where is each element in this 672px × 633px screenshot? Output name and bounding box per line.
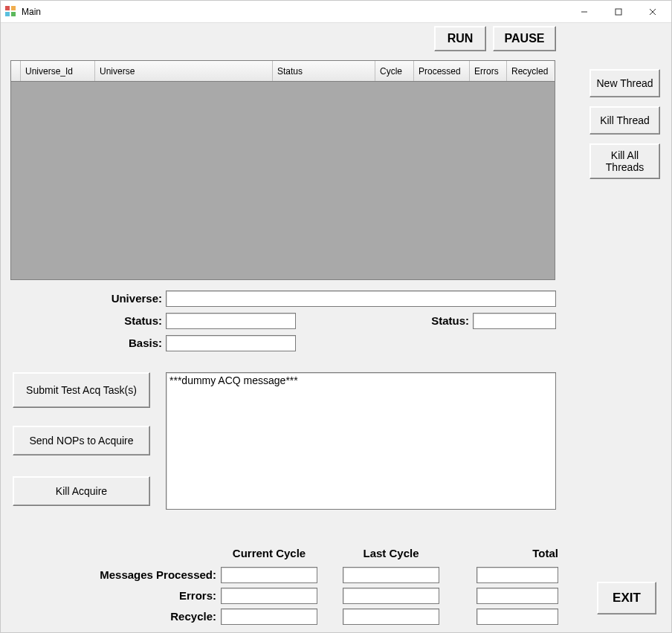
new-thread-button[interactable]: New Thread [589, 69, 660, 97]
row-errors-label: Errors: [71, 589, 216, 602]
kill-acquire-button[interactable]: Kill Acquire [13, 476, 150, 506]
col-last-cycle: Last Cycle [343, 547, 439, 559]
recycle-current-field[interactable] [221, 608, 317, 625]
grid-col-universe[interactable]: Universe [95, 61, 273, 81]
svg-line-3 [650, 9, 656, 15]
errors-total-field[interactable] [476, 588, 558, 604]
minimize-icon[interactable] [567, 1, 601, 23]
close-icon[interactable] [636, 1, 670, 23]
grid-col-errors[interactable]: Errors [470, 61, 507, 81]
kill-thread-button[interactable]: Kill Thread [589, 106, 660, 134]
run-button[interactable]: RUN [434, 26, 486, 51]
recycle-total-field[interactable] [476, 608, 558, 625]
row-recycle-label: Recycle: [71, 610, 216, 623]
status-label: Status: [90, 314, 162, 327]
grid-col-universe-id[interactable]: Universe_Id [21, 61, 95, 81]
client-area: RUN PAUSE Universe_Id Universe Status Cy… [1, 23, 671, 632]
maximize-icon[interactable] [601, 1, 636, 23]
svg-rect-1 [616, 9, 621, 15]
grid-col-cycle[interactable]: Cycle [375, 61, 414, 81]
grid-row-header-col [11, 61, 21, 81]
msgs-total-field[interactable] [476, 567, 558, 583]
msgs-last-field[interactable] [343, 567, 439, 583]
thread-grid[interactable]: Universe_Id Universe Status Cycle Proces… [10, 60, 555, 280]
status-field[interactable] [166, 313, 296, 329]
basis-label: Basis: [90, 337, 162, 349]
basis-field[interactable] [166, 335, 296, 351]
submit-test-acq-button[interactable]: Submit Test Acq Task(s) [13, 372, 150, 408]
universe-label: Universe: [90, 292, 162, 305]
errors-current-field[interactable] [221, 588, 317, 604]
acq-log[interactable]: ***dummy ACQ message*** [166, 372, 556, 510]
titlebar: Main [1, 1, 671, 23]
grid-col-processed[interactable]: Processed [414, 61, 470, 81]
row-msgs-label: Messages Processed: [71, 568, 216, 581]
send-nops-button[interactable]: Send NOPs to Acquire [13, 426, 150, 455]
grid-col-recycled[interactable]: Recycled [507, 61, 553, 81]
window-title: Main [22, 7, 41, 17]
grid-col-status[interactable]: Status [273, 61, 375, 81]
recycle-last-field[interactable] [343, 608, 439, 625]
main-window: Main RUN PAUSE Universe_Id Universe Stat… [0, 0, 672, 633]
errors-last-field[interactable] [343, 588, 439, 604]
kill-all-threads-button[interactable]: Kill All Threads [589, 143, 660, 179]
col-total: Total [476, 547, 558, 559]
pause-button[interactable]: PAUSE [493, 26, 556, 51]
window-controls [567, 1, 670, 23]
exit-button[interactable]: EXIT [597, 582, 656, 614]
msgs-current-field[interactable] [221, 567, 317, 583]
status2-label: Status: [410, 314, 469, 327]
svg-line-2 [650, 9, 656, 15]
col-current-cycle: Current Cycle [221, 547, 317, 559]
app-icon [5, 6, 17, 18]
grid-header: Universe_Id Universe Status Cycle Proces… [11, 61, 555, 82]
status2-field[interactable] [473, 313, 556, 329]
universe-field[interactable] [166, 290, 556, 307]
